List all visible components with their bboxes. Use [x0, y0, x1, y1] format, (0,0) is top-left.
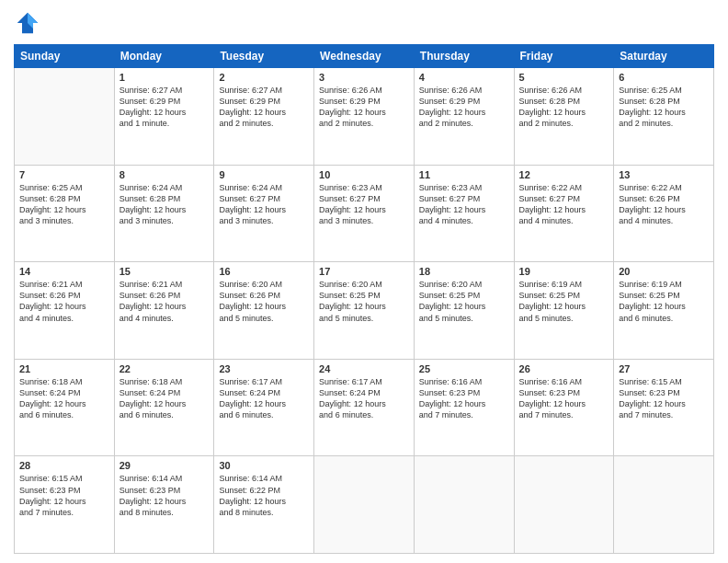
day-info: Sunrise: 6:16 AM Sunset: 6:23 PM Dayligh… [419, 376, 509, 421]
day-number: 15 [119, 266, 210, 277]
day-info: Sunrise: 6:24 AM Sunset: 6:28 PM Dayligh… [119, 182, 210, 227]
weekday-header-row: SundayMondayTuesdayWednesdayThursdayFrid… [15, 45, 714, 68]
day-number: 22 [119, 363, 210, 374]
calendar-table: SundayMondayTuesdayWednesdayThursdayFrid… [14, 44, 714, 554]
header [14, 9, 714, 37]
day-info: Sunrise: 6:26 AM Sunset: 6:29 PM Dayligh… [319, 85, 409, 130]
calendar-cell: 7Sunrise: 6:25 AM Sunset: 6:28 PM Daylig… [15, 165, 115, 262]
weekday-wednesday: Wednesday [314, 45, 415, 68]
day-number: 17 [319, 266, 409, 277]
day-info: Sunrise: 6:26 AM Sunset: 6:28 PM Dayligh… [519, 85, 609, 130]
day-info: Sunrise: 6:25 AM Sunset: 6:28 PM Dayligh… [619, 85, 709, 130]
day-info: Sunrise: 6:14 AM Sunset: 6:23 PM Dayligh… [119, 473, 210, 518]
calendar-cell [614, 456, 714, 554]
calendar-cell: 20Sunrise: 6:19 AM Sunset: 6:25 PM Dayli… [614, 262, 714, 360]
logo [14, 9, 45, 37]
day-number: 28 [19, 460, 109, 471]
day-number: 2 [219, 72, 309, 83]
day-info: Sunrise: 6:21 AM Sunset: 6:26 PM Dayligh… [119, 279, 210, 324]
day-info: Sunrise: 6:27 AM Sunset: 6:29 PM Dayligh… [119, 85, 210, 130]
day-number: 4 [419, 72, 509, 83]
day-info: Sunrise: 6:20 AM Sunset: 6:25 PM Dayligh… [319, 279, 409, 324]
day-number: 10 [319, 169, 409, 180]
calendar-cell: 6Sunrise: 6:25 AM Sunset: 6:28 PM Daylig… [614, 68, 714, 166]
calendar-cell: 11Sunrise: 6:23 AM Sunset: 6:27 PM Dayli… [414, 165, 514, 262]
day-number: 1 [119, 72, 210, 83]
day-info: Sunrise: 6:25 AM Sunset: 6:28 PM Dayligh… [19, 182, 109, 227]
day-number: 30 [219, 460, 309, 471]
calendar-cell: 3Sunrise: 6:26 AM Sunset: 6:29 PM Daylig… [314, 68, 415, 166]
page: SundayMondayTuesdayWednesdayThursdayFrid… [0, 0, 728, 563]
week-row-3: 14Sunrise: 6:21 AM Sunset: 6:26 PM Dayli… [15, 262, 714, 360]
calendar-cell: 15Sunrise: 6:21 AM Sunset: 6:26 PM Dayli… [114, 262, 214, 360]
calendar-cell: 2Sunrise: 6:27 AM Sunset: 6:29 PM Daylig… [214, 68, 314, 166]
day-info: Sunrise: 6:20 AM Sunset: 6:26 PM Dayligh… [219, 279, 309, 324]
calendar-cell: 18Sunrise: 6:20 AM Sunset: 6:25 PM Dayli… [414, 262, 514, 360]
calendar-cell: 22Sunrise: 6:18 AM Sunset: 6:24 PM Dayli… [114, 359, 214, 456]
calendar-cell: 5Sunrise: 6:26 AM Sunset: 6:28 PM Daylig… [514, 68, 614, 166]
logo-icon [14, 9, 41, 37]
day-number: 25 [419, 363, 509, 374]
weekday-monday: Monday [114, 45, 214, 68]
day-info: Sunrise: 6:19 AM Sunset: 6:25 PM Dayligh… [519, 279, 609, 324]
week-row-1: 1Sunrise: 6:27 AM Sunset: 6:29 PM Daylig… [15, 68, 714, 166]
day-info: Sunrise: 6:19 AM Sunset: 6:25 PM Dayligh… [619, 279, 709, 324]
calendar-cell: 28Sunrise: 6:15 AM Sunset: 6:23 PM Dayli… [15, 456, 115, 554]
weekday-saturday: Saturday [614, 45, 714, 68]
calendar-cell: 24Sunrise: 6:17 AM Sunset: 6:24 PM Dayli… [314, 359, 415, 456]
day-info: Sunrise: 6:23 AM Sunset: 6:27 PM Dayligh… [419, 182, 509, 227]
calendar-cell: 10Sunrise: 6:23 AM Sunset: 6:27 PM Dayli… [314, 165, 415, 262]
day-number: 3 [319, 72, 409, 83]
day-info: Sunrise: 6:15 AM Sunset: 6:23 PM Dayligh… [619, 376, 709, 421]
day-number: 5 [519, 72, 609, 83]
calendar-cell: 30Sunrise: 6:14 AM Sunset: 6:22 PM Dayli… [214, 456, 314, 554]
day-info: Sunrise: 6:23 AM Sunset: 6:27 PM Dayligh… [319, 182, 409, 227]
day-info: Sunrise: 6:22 AM Sunset: 6:27 PM Dayligh… [519, 182, 609, 227]
day-info: Sunrise: 6:18 AM Sunset: 6:24 PM Dayligh… [19, 376, 109, 421]
day-info: Sunrise: 6:14 AM Sunset: 6:22 PM Dayligh… [219, 473, 309, 518]
weekday-sunday: Sunday [15, 45, 115, 68]
day-number: 27 [619, 363, 709, 374]
calendar-cell: 16Sunrise: 6:20 AM Sunset: 6:26 PM Dayli… [214, 262, 314, 360]
day-info: Sunrise: 6:22 AM Sunset: 6:26 PM Dayligh… [619, 182, 709, 227]
day-number: 14 [19, 266, 109, 277]
calendar-cell: 29Sunrise: 6:14 AM Sunset: 6:23 PM Dayli… [114, 456, 214, 554]
week-row-4: 21Sunrise: 6:18 AM Sunset: 6:24 PM Dayli… [15, 359, 714, 456]
weekday-friday: Friday [514, 45, 614, 68]
calendar-cell: 12Sunrise: 6:22 AM Sunset: 6:27 PM Dayli… [514, 165, 614, 262]
day-number: 29 [119, 460, 210, 471]
day-info: Sunrise: 6:20 AM Sunset: 6:25 PM Dayligh… [419, 279, 509, 324]
week-row-5: 28Sunrise: 6:15 AM Sunset: 6:23 PM Dayli… [15, 456, 714, 554]
day-number: 11 [419, 169, 509, 180]
calendar-cell: 25Sunrise: 6:16 AM Sunset: 6:23 PM Dayli… [414, 359, 514, 456]
weekday-tuesday: Tuesday [214, 45, 314, 68]
day-number: 23 [219, 363, 309, 374]
calendar-cell: 17Sunrise: 6:20 AM Sunset: 6:25 PM Dayli… [314, 262, 415, 360]
day-number: 16 [219, 266, 309, 277]
calendar-cell: 21Sunrise: 6:18 AM Sunset: 6:24 PM Dayli… [15, 359, 115, 456]
calendar-cell [414, 456, 514, 554]
day-info: Sunrise: 6:17 AM Sunset: 6:24 PM Dayligh… [219, 376, 309, 421]
day-number: 13 [619, 169, 709, 180]
calendar-cell: 26Sunrise: 6:16 AM Sunset: 6:23 PM Dayli… [514, 359, 614, 456]
day-info: Sunrise: 6:27 AM Sunset: 6:29 PM Dayligh… [219, 85, 309, 130]
day-number: 9 [219, 169, 309, 180]
day-info: Sunrise: 6:16 AM Sunset: 6:23 PM Dayligh… [519, 376, 609, 421]
day-number: 8 [119, 169, 210, 180]
day-number: 26 [519, 363, 609, 374]
calendar-cell: 13Sunrise: 6:22 AM Sunset: 6:26 PM Dayli… [614, 165, 714, 262]
calendar-cell [15, 68, 115, 166]
calendar-cell: 19Sunrise: 6:19 AM Sunset: 6:25 PM Dayli… [514, 262, 614, 360]
day-number: 20 [619, 266, 709, 277]
calendar-cell: 1Sunrise: 6:27 AM Sunset: 6:29 PM Daylig… [114, 68, 214, 166]
day-number: 6 [619, 72, 709, 83]
calendar-cell [314, 456, 415, 554]
day-info: Sunrise: 6:24 AM Sunset: 6:27 PM Dayligh… [219, 182, 309, 227]
day-number: 21 [19, 363, 109, 374]
calendar-cell: 23Sunrise: 6:17 AM Sunset: 6:24 PM Dayli… [214, 359, 314, 456]
day-info: Sunrise: 6:26 AM Sunset: 6:29 PM Dayligh… [419, 85, 509, 130]
day-number: 7 [19, 169, 109, 180]
calendar-cell: 4Sunrise: 6:26 AM Sunset: 6:29 PM Daylig… [414, 68, 514, 166]
day-number: 19 [519, 266, 609, 277]
weekday-thursday: Thursday [414, 45, 514, 68]
